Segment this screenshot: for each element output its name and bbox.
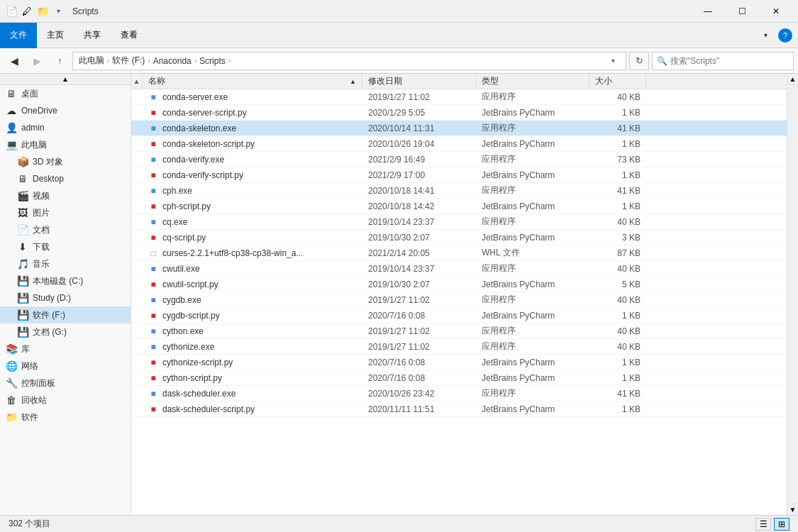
file-type-text: 应用程序 (476, 89, 589, 105)
table-row[interactable]: ■ cygdb-script.py 2020/7/16 0:08 JetBrai… (131, 308, 787, 323)
table-row[interactable]: ■ conda-verify.exe 2021/2/9 16:49 应用程序 7… (131, 152, 787, 167)
view-controls: ☰ ⊞ (755, 518, 789, 531)
file-size: 1 KB (589, 199, 646, 214)
sidebar-item-pictures[interactable]: 🖼 图片 (0, 204, 131, 221)
table-row[interactable]: ■ cythonize-script.py 2020/7/16 0:08 Jet… (131, 355, 787, 370)
address-dropdown-button[interactable]: ▾ (606, 52, 620, 70)
scroll-top-indicator[interactable]: ▲ (131, 74, 143, 89)
table-row[interactable]: □ curses-2.2.1+utf8-cp38-cp38-win_a... 2… (131, 245, 787, 261)
file-type-icon: ■ (148, 358, 158, 367)
file-type-icon: ■ (148, 155, 158, 165)
ribbon-collapse-button[interactable]: ▾ (755, 26, 775, 45)
ribbon-tab-view[interactable]: 查看 (111, 23, 148, 48)
list-view-button[interactable]: ☰ (755, 518, 771, 531)
detail-view-button[interactable]: ⊞ (774, 518, 789, 531)
sidebar-item-onedrive[interactable]: ☁ OneDrive (0, 102, 131, 119)
file-type-text: JetBrains PyCharm (476, 230, 589, 245)
sidebar-item-network[interactable]: 🌐 网络 (0, 358, 131, 375)
table-row[interactable]: ■ cph-script.py 2020/10/18 14:42 JetBrai… (131, 199, 787, 214)
table-row[interactable]: ■ cwutil.exe 2019/10/14 23:37 应用程序 40 KB (131, 261, 787, 277)
breadcrumb-drive[interactable]: 软件 (F:) (112, 55, 145, 67)
table-row[interactable]: ■ conda-verify-script.py 2021/2/9 17:00 … (131, 167, 787, 183)
file-size: 87 KB (589, 245, 646, 261)
table-row[interactable]: ■ dask-scheduler-script.py 2020/11/11 11… (131, 401, 787, 417)
sidebar-item-3dobjects[interactable]: 📦 3D 对象 (0, 153, 131, 170)
minimize-button[interactable]: — (692, 0, 724, 23)
back-button[interactable]: ◀ (4, 51, 24, 71)
table-row[interactable]: ■ conda-skeleton.exe 2020/10/14 11:31 应用… (131, 121, 787, 136)
file-date: 2020/7/16 0:08 (362, 370, 476, 386)
drive-g-icon: 💾 (17, 326, 28, 338)
breadcrumb-computer[interactable]: 此电脑 (79, 55, 104, 67)
sidebar-item-drive-f[interactable]: 💾 软件 (F:) (0, 306, 131, 323)
table-row[interactable]: ■ cph.exe 2020/10/18 14:41 应用程序 41 KB (131, 183, 787, 199)
sidebar-item-admin[interactable]: 👤 admin (0, 119, 131, 136)
sidebar-item-desktop[interactable]: 🖥 桌面 (0, 85, 131, 102)
sidebar-item-desktop2[interactable]: 🖥 Desktop (0, 170, 131, 187)
forward-button[interactable]: ▶ (27, 51, 47, 71)
file-name: ■ cq.exe (143, 214, 362, 230)
file-name-text: conda-verify-script.py (162, 170, 243, 180)
dropdown-arrow-icon[interactable]: ▾ (52, 6, 64, 17)
file-name: ■ conda-server.exe (143, 89, 362, 105)
drive-f-icon: 💾 (17, 309, 28, 321)
table-row[interactable]: ■ conda-server.exe 2019/1/27 11:02 应用程序 … (131, 89, 787, 105)
up-button[interactable]: ↑ (50, 51, 70, 71)
table-row[interactable]: ■ conda-skeleton-script.py 2020/10/26 19… (131, 136, 787, 152)
sidebar-item-controlpanel[interactable]: 🔧 控制面板 (0, 375, 131, 392)
sidebar-scroll-up[interactable]: ▲ (0, 74, 131, 85)
file-name: ■ cythonize.exe (143, 339, 362, 355)
refresh-button[interactable]: ↻ (629, 52, 649, 70)
col-header-type[interactable]: 类型 (476, 74, 589, 89)
sidebar-item-docs[interactable]: 📄 文档 (0, 221, 131, 238)
table-row[interactable]: ■ cq-script.py 2019/10/30 2:07 JetBrains… (131, 230, 787, 245)
sidebar-item-downloads[interactable]: ⬇ 下载 (0, 238, 131, 255)
ribbon-tab-share[interactable]: 共享 (74, 23, 111, 48)
table-row[interactable]: ■ cython-script.py 2020/7/16 0:08 JetBra… (131, 370, 787, 386)
close-button[interactable]: ✕ (760, 0, 792, 23)
file-type-text: 应用程序 (476, 292, 589, 308)
file-type-icon: ■ (148, 326, 158, 336)
table-row[interactable]: ■ conda-server-script.py 2020/1/29 5:05 … (131, 105, 787, 121)
file-date: 2020/10/18 14:41 (362, 183, 476, 199)
help-button[interactable]: ? (778, 28, 792, 43)
table-row[interactable]: ■ cygdb.exe 2019/1/27 11:02 应用程序 40 KB (131, 292, 787, 308)
sidebar-item-thispc[interactable]: 💻 此电脑 (0, 136, 131, 153)
table-row[interactable]: ■ cwutil-script.py 2019/10/30 2:07 JetBr… (131, 277, 787, 292)
sidebar-item-video[interactable]: 🎬 视频 (0, 187, 131, 204)
table-row[interactable]: ■ cq.exe 2019/10/14 23:37 应用程序 40 KB (131, 214, 787, 230)
status-bar: 302 个项目 ☰ ⊞ (0, 515, 798, 532)
sidebar-item-library[interactable]: 📚 库 (0, 340, 131, 358)
col-header-date[interactable]: 修改日期 (362, 74, 476, 89)
item-count: 302 个项目 (9, 518, 50, 530)
col-header-size[interactable]: 大小 (589, 74, 646, 89)
ribbon-tab-file[interactable]: 文件 (0, 23, 37, 48)
table-row[interactable]: ■ cythonize.exe 2019/1/27 11:02 应用程序 40 … (131, 339, 787, 355)
sidebar-item-music[interactable]: 🎵 音乐 (0, 255, 131, 272)
file-list[interactable]: ■ conda-server.exe 2019/1/27 11:02 应用程序 … (131, 89, 787, 515)
file-name: ■ cph.exe (143, 183, 362, 199)
search-input[interactable] (670, 56, 789, 66)
sidebar-item-recyclebin[interactable]: 🗑 回收站 (0, 392, 131, 409)
maximize-button[interactable]: ☐ (726, 0, 758, 23)
table-row[interactable]: ■ cython.exe 2019/1/27 11:02 应用程序 40 KB (131, 323, 787, 339)
sidebar-item-drive-d[interactable]: 💾 Study (D:) (0, 289, 131, 306)
sidebar-item-drive-c[interactable]: 💾 本地磁盘 (C:) (0, 272, 131, 289)
title-bar-icons: 📄 🖊 📁 ▾ (6, 6, 64, 17)
ribbon-tab-home[interactable]: 主页 (37, 23, 74, 48)
col-header-name[interactable]: 名称 ▲ (143, 74, 362, 89)
breadcrumb-scripts[interactable]: Scripts (199, 56, 226, 66)
breadcrumb-anaconda[interactable]: Anaconda (153, 56, 192, 66)
sidebar-item-drive-g[interactable]: 💾 文档 (G:) (0, 323, 131, 340)
edit-icon: 🖊 (21, 6, 33, 17)
scroll-up-button[interactable]: ▲ (787, 74, 798, 85)
file-size: 1 KB (589, 401, 646, 417)
file-name: ■ cygdb.exe (143, 292, 362, 308)
sidebar-item-software[interactable]: 📁 软件 (0, 409, 131, 426)
title-bar: 📄 🖊 📁 ▾ Scripts — ☐ ✕ (0, 0, 798, 23)
file-name: ■ cwutil.exe (143, 261, 362, 277)
right-scrollbar[interactable]: ▲ ▼ (787, 74, 798, 515)
file-name: ■ conda-skeleton.exe (143, 121, 362, 136)
scroll-down-button[interactable]: ▼ (787, 504, 798, 515)
table-row[interactable]: ■ dask-scheduler.exe 2020/10/26 23:42 应用… (131, 386, 787, 401)
